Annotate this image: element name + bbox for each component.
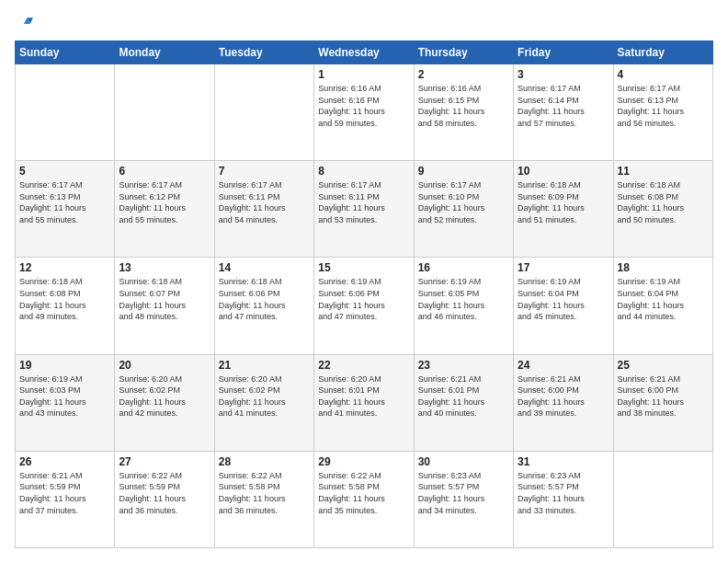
day-info: Sunrise: 6:21 AM Sunset: 6:01 PM Dayligh…: [418, 373, 509, 419]
calendar-cell: 31Sunrise: 6:23 AM Sunset: 5:57 PM Dayli…: [514, 451, 613, 547]
day-info: Sunrise: 6:19 AM Sunset: 6:06 PM Dayligh…: [318, 276, 409, 322]
calendar-cell: 19Sunrise: 6:19 AM Sunset: 6:03 PM Dayli…: [16, 354, 115, 451]
day-info: Sunrise: 6:17 AM Sunset: 6:11 PM Dayligh…: [318, 179, 409, 225]
day-number: 3: [518, 68, 609, 81]
day-info: Sunrise: 6:21 AM Sunset: 6:00 PM Dayligh…: [518, 373, 609, 419]
day-number: 8: [318, 165, 409, 178]
day-number: 17: [518, 261, 609, 274]
calendar-cell: 24Sunrise: 6:21 AM Sunset: 6:00 PM Dayli…: [514, 354, 613, 451]
day-info: Sunrise: 6:16 AM Sunset: 6:15 PM Dayligh…: [418, 83, 509, 129]
calendar-cell: 6Sunrise: 6:17 AM Sunset: 6:12 PM Daylig…: [115, 161, 214, 258]
calendar-cell: 20Sunrise: 6:20 AM Sunset: 6:02 PM Dayli…: [115, 354, 214, 451]
calendar-cell: 22Sunrise: 6:20 AM Sunset: 6:01 PM Dayli…: [314, 354, 414, 451]
col-header-wednesday: Wednesday: [314, 41, 414, 64]
day-number: 6: [119, 165, 210, 178]
day-info: Sunrise: 6:21 AM Sunset: 6:00 PM Dayligh…: [618, 373, 709, 419]
day-info: Sunrise: 6:17 AM Sunset: 6:13 PM Dayligh…: [618, 83, 709, 129]
page: SundayMondayTuesdayWednesdayThursdayFrid…: [0, 0, 728, 563]
calendar-week-row: 19Sunrise: 6:19 AM Sunset: 6:03 PM Dayli…: [16, 354, 713, 451]
calendar-cell: 23Sunrise: 6:21 AM Sunset: 6:01 PM Dayli…: [414, 354, 513, 451]
day-number: 19: [19, 359, 110, 372]
calendar: SundayMondayTuesdayWednesdayThursdayFrid…: [15, 40, 713, 548]
day-info: Sunrise: 6:20 AM Sunset: 6:02 PM Dayligh…: [119, 373, 210, 419]
calendar-cell: 2Sunrise: 6:16 AM Sunset: 6:15 PM Daylig…: [414, 64, 513, 161]
day-number: 18: [618, 261, 709, 274]
day-info: Sunrise: 6:20 AM Sunset: 6:01 PM Dayligh…: [318, 373, 409, 419]
day-number: 13: [119, 261, 210, 274]
day-info: Sunrise: 6:22 AM Sunset: 5:58 PM Dayligh…: [318, 470, 409, 516]
calendar-cell: 16Sunrise: 6:19 AM Sunset: 6:05 PM Dayli…: [414, 258, 513, 354]
day-info: Sunrise: 6:17 AM Sunset: 6:12 PM Dayligh…: [119, 179, 210, 225]
calendar-cell: [115, 64, 214, 161]
day-info: Sunrise: 6:18 AM Sunset: 6:09 PM Dayligh…: [518, 179, 609, 225]
calendar-cell: 15Sunrise: 6:19 AM Sunset: 6:06 PM Dayli…: [314, 258, 414, 354]
calendar-cell: 14Sunrise: 6:18 AM Sunset: 6:06 PM Dayli…: [214, 258, 313, 354]
calendar-cell: 27Sunrise: 6:22 AM Sunset: 5:59 PM Dayli…: [115, 451, 214, 547]
day-info: Sunrise: 6:17 AM Sunset: 6:11 PM Dayligh…: [219, 179, 310, 225]
day-info: Sunrise: 6:23 AM Sunset: 5:57 PM Dayligh…: [418, 470, 509, 516]
calendar-cell: 17Sunrise: 6:19 AM Sunset: 6:04 PM Dayli…: [514, 258, 613, 354]
day-number: 22: [318, 359, 409, 372]
day-number: 1: [318, 68, 409, 81]
day-number: 16: [418, 261, 509, 274]
day-number: 26: [19, 455, 110, 468]
calendar-cell: 8Sunrise: 6:17 AM Sunset: 6:11 PM Daylig…: [314, 161, 414, 258]
day-number: 5: [19, 165, 110, 178]
logo-icon: [15, 15, 33, 33]
calendar-week-row: 1Sunrise: 6:16 AM Sunset: 6:16 PM Daylig…: [16, 64, 713, 161]
day-info: Sunrise: 6:18 AM Sunset: 6:06 PM Dayligh…: [219, 276, 310, 322]
col-header-friday: Friday: [514, 41, 613, 64]
day-number: 2: [418, 68, 509, 81]
day-info: Sunrise: 6:21 AM Sunset: 5:59 PM Dayligh…: [19, 470, 110, 516]
calendar-week-row: 12Sunrise: 6:18 AM Sunset: 6:08 PM Dayli…: [16, 258, 713, 354]
day-info: Sunrise: 6:18 AM Sunset: 6:08 PM Dayligh…: [19, 276, 110, 322]
day-number: 10: [518, 165, 609, 178]
day-info: Sunrise: 6:20 AM Sunset: 6:02 PM Dayligh…: [219, 373, 310, 419]
day-number: 27: [119, 455, 210, 468]
calendar-cell: 21Sunrise: 6:20 AM Sunset: 6:02 PM Dayli…: [214, 354, 313, 451]
day-number: 11: [618, 165, 709, 178]
day-number: 23: [418, 359, 509, 372]
day-number: 31: [518, 455, 609, 468]
day-number: 7: [219, 165, 310, 178]
calendar-cell: 3Sunrise: 6:17 AM Sunset: 6:14 PM Daylig…: [514, 64, 613, 161]
calendar-cell: 29Sunrise: 6:22 AM Sunset: 5:58 PM Dayli…: [314, 451, 414, 547]
day-number: 9: [418, 165, 509, 178]
day-number: 29: [318, 455, 409, 468]
calendar-cell: [613, 451, 712, 547]
day-number: 4: [618, 68, 709, 81]
day-info: Sunrise: 6:22 AM Sunset: 5:58 PM Dayligh…: [219, 470, 310, 516]
day-info: Sunrise: 6:19 AM Sunset: 6:05 PM Dayligh…: [418, 276, 509, 322]
calendar-cell: 25Sunrise: 6:21 AM Sunset: 6:00 PM Dayli…: [613, 354, 712, 451]
day-number: 21: [219, 359, 310, 372]
calendar-cell: 5Sunrise: 6:17 AM Sunset: 6:13 PM Daylig…: [16, 161, 115, 258]
day-number: 15: [318, 261, 409, 274]
calendar-cell: 18Sunrise: 6:19 AM Sunset: 6:04 PM Dayli…: [613, 258, 712, 354]
calendar-cell: 1Sunrise: 6:16 AM Sunset: 6:16 PM Daylig…: [314, 64, 414, 161]
calendar-cell: 11Sunrise: 6:18 AM Sunset: 6:08 PM Dayli…: [613, 161, 712, 258]
day-info: Sunrise: 6:17 AM Sunset: 6:13 PM Dayligh…: [19, 179, 110, 225]
day-number: 14: [219, 261, 310, 274]
calendar-cell: 26Sunrise: 6:21 AM Sunset: 5:59 PM Dayli…: [16, 451, 115, 547]
calendar-cell: 4Sunrise: 6:17 AM Sunset: 6:13 PM Daylig…: [613, 64, 712, 161]
logo: [15, 15, 37, 33]
col-header-tuesday: Tuesday: [214, 41, 313, 64]
day-info: Sunrise: 6:18 AM Sunset: 6:07 PM Dayligh…: [119, 276, 210, 322]
calendar-header-row: SundayMondayTuesdayWednesdayThursdayFrid…: [16, 41, 713, 64]
day-info: Sunrise: 6:19 AM Sunset: 6:03 PM Dayligh…: [19, 373, 110, 419]
calendar-cell: 12Sunrise: 6:18 AM Sunset: 6:08 PM Dayli…: [16, 258, 115, 354]
header: [15, 15, 713, 33]
col-header-saturday: Saturday: [613, 41, 712, 64]
day-info: Sunrise: 6:17 AM Sunset: 6:10 PM Dayligh…: [418, 179, 509, 225]
calendar-cell: [16, 64, 115, 161]
day-info: Sunrise: 6:18 AM Sunset: 6:08 PM Dayligh…: [618, 179, 709, 225]
calendar-cell: [214, 64, 313, 161]
day-info: Sunrise: 6:17 AM Sunset: 6:14 PM Dayligh…: [518, 83, 609, 129]
calendar-week-row: 5Sunrise: 6:17 AM Sunset: 6:13 PM Daylig…: [16, 161, 713, 258]
col-header-sunday: Sunday: [16, 41, 115, 64]
day-number: 28: [219, 455, 310, 468]
day-number: 24: [518, 359, 609, 372]
day-number: 25: [618, 359, 709, 372]
col-header-monday: Monday: [115, 41, 214, 64]
calendar-cell: 28Sunrise: 6:22 AM Sunset: 5:58 PM Dayli…: [214, 451, 313, 547]
